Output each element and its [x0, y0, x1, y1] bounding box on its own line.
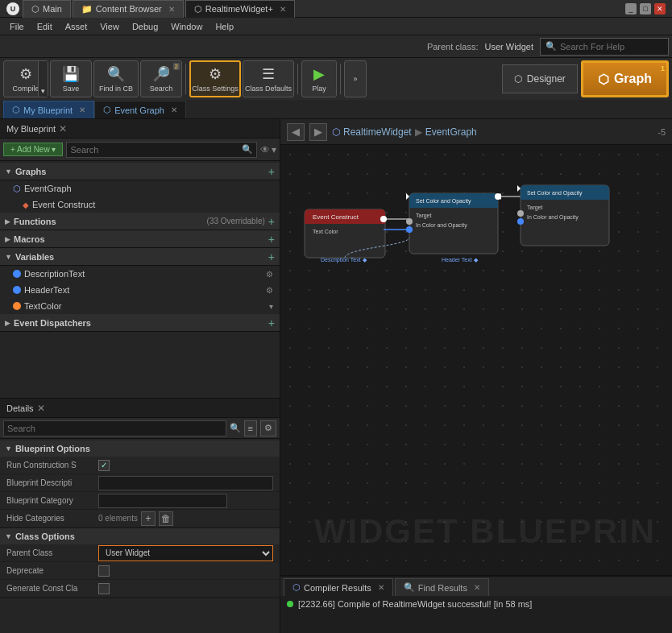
var-header-settings[interactable]: ⚙	[266, 286, 273, 295]
tab-realtime-widget[interactable]: ⬡ RealtimeWidget+ ✕	[185, 0, 295, 18]
section-macros[interactable]: ▶ Macros +	[0, 230, 280, 248]
section-graphs[interactable]: ▼ Graphs +	[0, 163, 280, 180]
section-event-dispatchers[interactable]: ▶ Event Dispatchers +	[0, 314, 280, 332]
menu-asset[interactable]: Asset	[59, 20, 94, 33]
menu-file[interactable]: File	[3, 20, 31, 33]
graph-button[interactable]: 1 ⬡ Graph	[581, 60, 669, 97]
ed-add-button[interactable]: +	[268, 316, 275, 329]
more-tools-button[interactable]: »	[344, 60, 367, 97]
bp-category-input[interactable]	[98, 494, 227, 508]
variables-add-button[interactable]: +	[268, 250, 275, 263]
compile-dropdown-arrow[interactable]: ▾	[38, 61, 48, 97]
section-functions[interactable]: ▶ Functions (33 Overridable) +	[0, 213, 280, 230]
tab-rw-close[interactable]: ✕	[280, 5, 286, 14]
graph-forward-button[interactable]: ▶	[309, 123, 327, 141]
var-header-text[interactable]: HeaderText ⚙	[0, 282, 280, 298]
maximize-button[interactable]: □	[640, 3, 651, 14]
find-in-cb-button[interactable]: 🔍 Find in CB	[93, 60, 139, 97]
class-defaults-label: Class Defaults	[245, 85, 292, 93]
class-options-header[interactable]: ▼ Class Options	[0, 528, 280, 544]
designer-button[interactable]: ⬡ Designer	[502, 64, 578, 93]
view-eye-button[interactable]: 👁	[260, 144, 270, 155]
tab-cb-close[interactable]: ✕	[168, 5, 175, 14]
save-icon: 💾	[62, 65, 80, 83]
run-construction-checkbox[interactable]	[98, 460, 110, 471]
class-defaults-button[interactable]: ☰ Class Defaults	[243, 60, 294, 97]
section-variables[interactable]: ▼ Variables +	[0, 248, 280, 266]
tab-content-browser[interactable]: 📁 Content Browser ✕	[73, 0, 184, 18]
graphs-add-button[interactable]: +	[268, 165, 275, 178]
event-graph-item[interactable]: ⬡ EventGraph	[0, 180, 280, 197]
event-construct-item[interactable]: ◆ Event Construct	[0, 197, 280, 213]
compiler-results-label: Compiler Results	[304, 583, 371, 593]
save-button[interactable]: 💾 Save	[50, 60, 92, 97]
add-new-button[interactable]: + Add New ▾	[3, 143, 63, 156]
my-blueprint-close[interactable]: ✕	[59, 123, 67, 134]
designer-label: Designer	[527, 73, 566, 85]
minimize-button[interactable]: _	[625, 3, 637, 14]
parent-class-dropdown[interactable]: User Widget	[98, 545, 273, 561]
details-grid-view[interactable]: ≡	[244, 420, 257, 436]
bp-category-value	[98, 494, 273, 508]
hide-categories-remove[interactable]: 🗑	[159, 511, 173, 526]
breadcrumb-graph[interactable]: EventGraph	[425, 126, 477, 138]
functions-add-button[interactable]: +	[268, 215, 275, 228]
menu-window[interactable]: Window	[164, 20, 209, 33]
macros-add-button[interactable]: +	[268, 233, 275, 246]
menu-edit[interactable]: Edit	[31, 20, 59, 33]
var-description-icon	[13, 270, 21, 278]
search-help-input[interactable]	[560, 42, 657, 52]
tab-mb-close[interactable]: ✕	[79, 106, 85, 114]
deprecate-checkbox[interactable]	[98, 565, 110, 577]
tab-eg-close[interactable]: ✕	[171, 106, 177, 114]
menu-debug[interactable]: Debug	[126, 20, 164, 33]
title-bar-left: U ⬡ Main 📁 Content Browser ✕ ⬡ RealtimeW…	[6, 0, 295, 18]
compile-button[interactable]: ⚙ Compile ▾	[3, 60, 48, 97]
details-panel: Details ✕ 🔍 ≡ ⚙ ▼ Blueprint Options Run …	[0, 398, 280, 633]
tab-compiler-results[interactable]: ⬡ Compiler Results ✕	[284, 578, 393, 596]
var-text-color-settings[interactable]: ▾	[269, 302, 273, 311]
bp-description-input[interactable]	[98, 476, 273, 490]
breadcrumb-widget[interactable]: RealtimeWidget	[343, 126, 412, 138]
find-results-label: Find Results	[418, 583, 467, 593]
play-button[interactable]: ▶ Play	[301, 60, 337, 97]
bp-options-header[interactable]: ▼ Blueprint Options	[0, 441, 280, 457]
hide-categories-count: 0 elements	[98, 514, 138, 523]
generate-const-checkbox[interactable]	[98, 583, 110, 594]
class-settings-button[interactable]: ⚙ Class Settings	[189, 60, 241, 97]
search-badge: 2	[173, 63, 180, 70]
bottom-content: [2232.66] Compile of RealtimeWidget succ…	[280, 596, 672, 633]
hide-categories-add[interactable]: +	[141, 511, 156, 526]
tab-find-results[interactable]: 🔍 Find Results ✕	[395, 578, 489, 596]
var-description-settings[interactable]: ⚙	[266, 270, 273, 279]
close-button[interactable]: ✕	[654, 3, 666, 14]
view-settings-button[interactable]: ▾	[272, 144, 276, 155]
details-settings-btn[interactable]: ⚙	[260, 420, 276, 436]
details-close[interactable]: ✕	[37, 403, 45, 414]
details-search-input[interactable]	[3, 420, 226, 436]
tab-main[interactable]: ⬡ Main	[23, 0, 71, 18]
bottom-tabs: ⬡ Compiler Results ✕ 🔍 Find Results ✕	[280, 577, 672, 596]
search-toolbar-button[interactable]: 2 🔎 Search	[140, 60, 182, 97]
graph-canvas[interactable]: Event Construct Text Color Set Color and…	[280, 145, 672, 575]
compiler-results-close[interactable]: ✕	[378, 583, 384, 592]
var-text-color[interactable]: TextColor ▾	[0, 298, 280, 314]
tab-my-blueprint[interactable]: ⬡ My Blueprint ✕	[3, 101, 94, 118]
tab-event-graph[interactable]: ⬡ Event Graph ✕	[94, 101, 186, 118]
details-title: Details	[6, 403, 34, 413]
search-toolbar-label: Search	[150, 85, 173, 93]
run-construction-label: Run Construction S	[6, 461, 95, 470]
find-results-close[interactable]: ✕	[474, 583, 480, 592]
graph-back-button[interactable]: ◀	[287, 123, 305, 141]
menu-help[interactable]: Help	[209, 20, 240, 33]
toolbar-sep-3	[340, 64, 341, 94]
hide-categories-row: Hide Categories 0 elements + 🗑	[0, 510, 280, 528]
var-description-text[interactable]: DescriptionText ⚙	[0, 266, 280, 282]
ed-title: Event Dispatchers	[14, 318, 265, 328]
designer-graph-area: ⬡ Designer 1 ⬡ Graph	[502, 60, 669, 97]
svg-point-18	[495, 193, 501, 200]
blueprint-search-input[interactable]	[70, 145, 239, 155]
menu-view[interactable]: View	[93, 20, 126, 33]
svg-text:Event Construct: Event Construct	[313, 213, 359, 221]
my-blueprint-panel: My Blueprint ✕ + Add New ▾ 🔍 👁 ▾	[0, 119, 280, 398]
